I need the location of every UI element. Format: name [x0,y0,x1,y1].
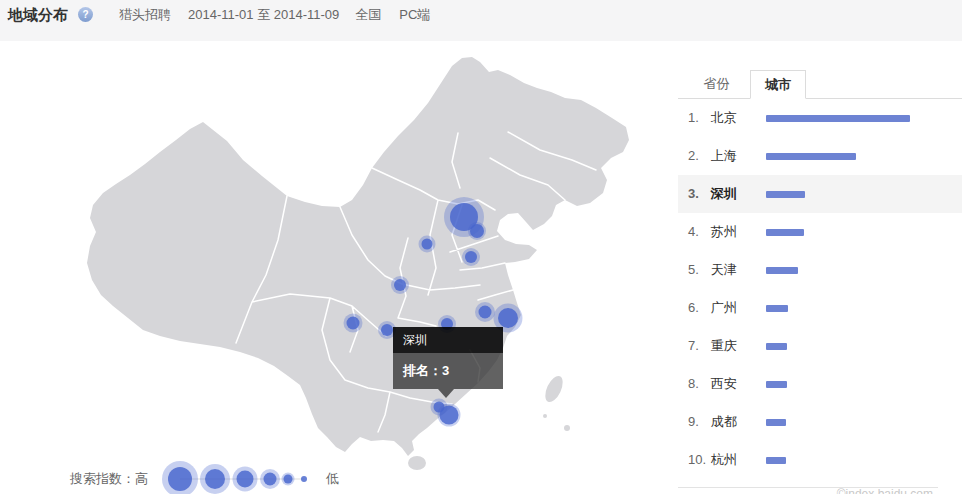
map-tooltip: 深圳 排名：3 [393,327,503,389]
search-index-bar [766,267,798,274]
search-index-bar [766,153,856,160]
ranking-row[interactable]: 8. 西安 [678,365,962,403]
rank-number: 1. [688,99,707,137]
city-dot[interactable] [470,224,484,238]
rank-number: 7. [688,327,707,365]
taiwan-island-shape [542,373,567,404]
city-name: 上海 [711,148,737,163]
city-dot[interactable] [498,308,518,328]
ranking-row[interactable]: 2. 上海 [678,137,962,175]
rank-number: 9. [688,403,707,441]
city-dot [237,471,254,488]
tooltip-rank: 排名：3 [393,353,503,389]
tooltip-city-name: 深圳 [393,327,503,353]
city-name: 深圳 [711,186,737,201]
city-dot [284,475,293,484]
city-dot [205,469,225,489]
ranking-row[interactable]: 6. 广州 [678,289,962,327]
search-index-bar [766,191,805,198]
search-index-bar [766,457,786,464]
small-island-shape [543,414,547,418]
search-index-legend: 搜索指数：高 低 [70,461,339,494]
rank-number: 5. [688,251,707,289]
ranking-row[interactable]: 7. 重庆 [678,327,962,365]
tab-city[interactable]: 城市 [750,70,806,99]
rank-number: 10. [688,441,707,479]
hainan-island-shape [408,456,426,470]
city-dot[interactable] [422,239,433,250]
city-name: 广州 [711,300,737,315]
ranking-row[interactable]: 1. 北京 [678,99,962,137]
city-name: 苏州 [711,224,737,239]
small-island-shape [564,425,570,431]
legend-dots-layer [162,461,307,494]
ranking-row[interactable]: 10. 杭州 [678,441,962,479]
rank-number: 3. [688,175,707,213]
city-name: 天津 [711,262,737,277]
city-name: 西安 [711,376,737,391]
city-name: 成都 [711,414,737,429]
city-name: 北京 [711,110,737,125]
search-index-bar [766,419,786,426]
ranking-row[interactable]: 3. 深圳 [678,175,962,213]
city-name: 重庆 [711,338,737,353]
ranking-row[interactable]: 9. 成都 [678,403,962,441]
search-index-bar [766,381,787,388]
rank-number: 4. [688,213,707,251]
tooltip-arrow [438,389,454,398]
ranking-row[interactable]: 4. 苏州 [678,213,962,251]
search-index-bar [766,343,787,350]
city-dot [301,476,307,482]
rank-panel: 省份 城市 1. 北京 2. 上海 3. 深圳 4. 苏州 5. 天津 6. 广… [678,70,962,479]
city-dot[interactable] [347,317,360,330]
legend-dots [162,458,322,494]
rank-number: 8. [688,365,707,403]
ranking-row[interactable]: 5. 天津 [678,251,962,289]
city-dot[interactable] [394,279,406,291]
legend-label-low: 低 [326,470,339,488]
watermark: ©index.baidu.com [837,487,933,494]
city-ranking-list: 1. 北京 2. 上海 3. 深圳 4. 苏州 5. 天津 6. 广州 7. 重… [678,99,962,479]
search-index-bar [766,305,788,312]
city-dot [168,467,192,491]
rank-number: 2. [688,137,707,175]
tab-province[interactable]: 省份 [683,70,750,98]
city-dot[interactable] [440,406,459,425]
city-name: 杭州 [711,452,737,467]
search-index-bar [766,115,910,122]
city-dot [264,473,277,486]
legend-label-high: 搜索指数：高 [70,470,148,488]
china-map-landmass [87,57,629,470]
search-index-bar [766,229,804,236]
city-dot[interactable] [381,324,393,336]
city-dot[interactable] [465,251,477,263]
rank-tabs: 省份 城市 [678,70,962,99]
city-dot[interactable] [479,306,492,319]
rank-number: 6. [688,289,707,327]
